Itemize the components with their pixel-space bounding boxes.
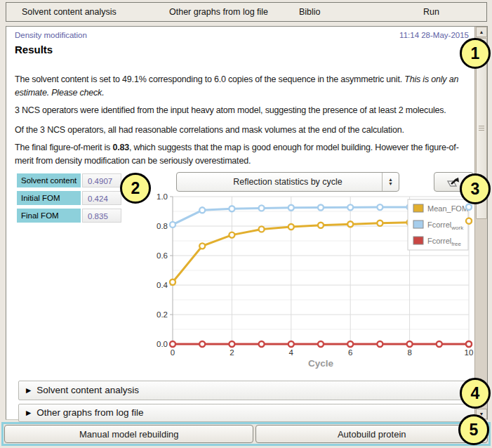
scrollbar-grip — [479, 126, 484, 132]
section-label: Solvent content analysis — [36, 385, 139, 395]
figure-of-merit-paragraph: The final figure-of-merit is 0.83, which… — [15, 141, 474, 168]
menu-item-run[interactable]: Run — [423, 7, 439, 17]
scroll-up-button[interactable]: ▲ — [476, 27, 487, 37]
menu-item-solvent-content-analysis[interactable]: Solvent content analysis — [22, 7, 117, 17]
autobuild-protein-button[interactable]: Autobuild protein — [255, 425, 488, 443]
menu-item-other-graphs[interactable]: Other graphs from log file — [169, 7, 268, 17]
annotation-circle-3: 3 — [460, 173, 491, 204]
collapse-arrow-icon: ▶ — [26, 409, 31, 416]
svg-text:10: 10 — [465, 348, 474, 357]
svg-text:Mean_FOM: Mean_FOM — [427, 204, 468, 213]
annotation-circle-4: 4 — [460, 378, 491, 409]
svg-text:0.4: 0.4 — [157, 281, 168, 289]
svg-text:2: 2 — [230, 348, 234, 357]
section-solvent-content-analysis[interactable]: ▶Solvent content analysis — [18, 381, 483, 400]
reflection-statistics-chart: 0.00.20.40.60.81.00246810CycleMean_FOMFc… — [157, 192, 481, 371]
stats-table: Solvent content0.4907 Initial FOM0.424 F… — [17, 173, 121, 226]
svg-text:8: 8 — [407, 348, 411, 357]
svg-text:0.6: 0.6 — [157, 251, 168, 260]
graph-selector-value: Reflection statistics by cycle — [233, 177, 343, 187]
annotation-circle-2: 2 — [120, 173, 151, 204]
section-label: Other graphs from log file — [36, 407, 143, 418]
fom-value: 0.83 — [112, 143, 129, 152]
section-other-graphs[interactable]: ▶Other graphs from log file — [18, 404, 483, 422]
annotation-circle-1: 1 — [460, 38, 491, 69]
svg-text:0: 0 — [171, 348, 175, 357]
stat-value-solvent-content: 0.4907 — [82, 173, 121, 187]
top-menu-bar: Solvent content analysis Other graphs fr… — [6, 2, 487, 22]
popout-icon — [446, 176, 462, 187]
page-title: Results — [15, 44, 53, 55]
stat-label-final-fom: Final FOM — [17, 209, 81, 223]
solvent-content-text: The solvent content is set to 49.1% corr… — [15, 74, 404, 84]
annotation-circle-5: 5 — [458, 414, 489, 445]
results-panel: Density modification 11:14 28-May-2015 R… — [6, 26, 488, 420]
ncs-correlations-paragraph: Of the 3 NCS operators, all had reasonab… — [15, 124, 474, 137]
svg-text:1.0: 1.0 — [157, 192, 168, 201]
table-row: Initial FOM0.424 — [17, 191, 121, 205]
graph-selector-dropdown[interactable]: Reflection statistics by cycle ▲ ▼ — [176, 172, 399, 192]
menu-item-biblio[interactable]: Biblio — [299, 7, 321, 17]
svg-text:0.2: 0.2 — [157, 310, 168, 319]
svg-text:4: 4 — [289, 348, 294, 357]
action-button-bar: Manual model rebuilding Autobuild protei… — [1, 422, 491, 446]
line-chart-canvas: 0.00.20.40.60.81.00246810CycleMean_FOMFc… — [157, 192, 481, 371]
collapse-arrow-icon: ▶ — [26, 386, 31, 394]
svg-text:6: 6 — [348, 348, 352, 357]
svg-text:0.0: 0.0 — [157, 340, 168, 348]
breadcrumb: Density modification — [15, 31, 87, 39]
table-row: Solvent content0.4907 — [17, 173, 121, 187]
svg-text:Cycle: Cycle — [308, 358, 334, 369]
manual-model-rebuilding-button[interactable]: Manual model rebuilding — [4, 425, 253, 443]
timestamp: 11:14 28-May-2015 — [399, 31, 469, 39]
stat-value-final-fom: 0.835 — [82, 209, 121, 223]
spinner-down-icon: ▼ — [388, 182, 393, 186]
vertical-scrollbar[interactable]: ▲ ▼ — [474, 27, 487, 419]
svg-text:0.8: 0.8 — [157, 222, 168, 230]
dropdown-spinner[interactable]: ▲ ▼ — [382, 173, 399, 191]
stat-label-solvent-content: Solvent content — [17, 173, 81, 187]
ncs-operators-paragraph: 3 NCS operators were identified from the… — [15, 104, 474, 117]
table-row: Final FOM0.835 — [17, 209, 121, 223]
stat-value-initial-fom: 0.424 — [82, 191, 121, 205]
stat-label-initial-fom: Initial FOM — [17, 191, 81, 205]
solvent-content-paragraph: The solvent content is set to 49.1% corr… — [15, 73, 474, 100]
